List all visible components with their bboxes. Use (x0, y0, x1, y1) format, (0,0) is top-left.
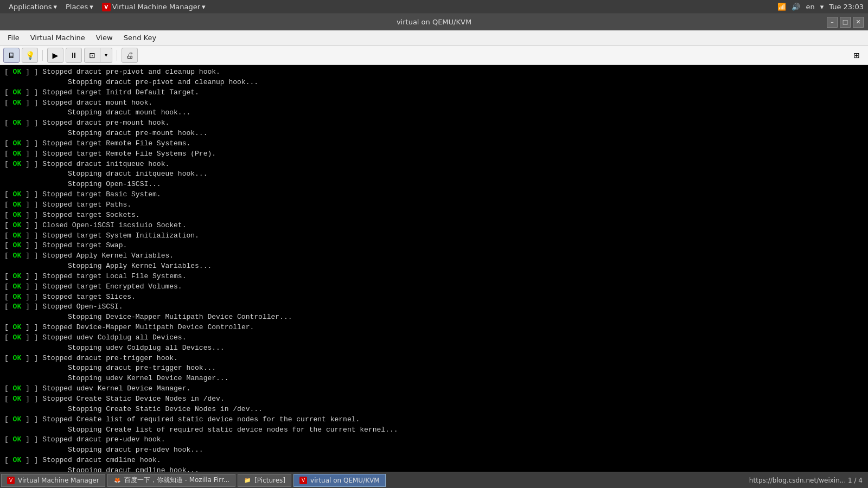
language-arrow: ▾ (820, 3, 824, 11)
file-menu[interactable]: File (2, 32, 25, 43)
system-bar: Applications ▾ Places ▾ V Virtual Machin… (0, 0, 868, 14)
play-button[interactable]: ▶ (47, 48, 63, 63)
clock: Tue 23:03 (829, 3, 864, 11)
vmm-task-label: Virtual Machine Manager (18, 477, 99, 484)
toolbar-separator-1 (42, 50, 43, 61)
window-controls: – □ ✕ (827, 17, 864, 28)
pictures-task-label: [Pictures] (254, 477, 285, 484)
pictures-task-icon: 📁 (244, 477, 251, 484)
firefox-task-icon: 🦊 (113, 477, 121, 484)
monitor-button[interactable]: 🖥 (3, 48, 20, 63)
taskbar-vm[interactable]: V virtual on QEMU/KVM (293, 474, 386, 487)
vmm-arrow: ▾ (202, 3, 206, 11)
taskbar-vmm[interactable]: V Virtual Machine Manager (1, 474, 105, 487)
vm-task-label: virtual on QEMU/KVM (310, 477, 380, 484)
pause-button[interactable]: ⏸ (66, 48, 82, 63)
taskbar-right-info: https://blog.csdn.net/weixin... 1 / 4 (749, 477, 868, 484)
taskbar-firefox[interactable]: 🦊 百度一下，你就知道 - Mozilla Firr... (107, 474, 235, 487)
applications-label: Applications (9, 3, 52, 11)
virtual-machine-menu[interactable]: Virtual Machine (25, 32, 91, 43)
terminal-output: [ OK ] ] Stopped dracut pre-pivot and cl… (0, 65, 868, 472)
minimize-button[interactable]: – (827, 17, 838, 28)
close-button[interactable]: ✕ (853, 17, 864, 28)
places-menu[interactable]: Places ▾ (61, 2, 98, 12)
language-indicator[interactable]: en (806, 3, 814, 11)
network-icon: 📶 (777, 3, 786, 11)
virt-logo-icon: V (102, 3, 111, 11)
maximize-button[interactable]: □ (840, 17, 851, 28)
applications-menu[interactable]: Applications ▾ (4, 2, 61, 12)
applications-arrow: ▾ (53, 3, 57, 11)
toolbar-separator-2 (117, 50, 117, 61)
send-key-menu[interactable]: Send Key (118, 32, 162, 43)
fullscreen-button[interactable]: ⊞ (848, 48, 865, 63)
firefox-task-label: 百度一下，你就知道 - Mozilla Firr... (124, 476, 229, 485)
menu-bar: File Virtual Machine View Send Key (0, 30, 868, 46)
bulb-button[interactable]: 💡 (22, 48, 38, 63)
vmm-task-icon: V (7, 477, 15, 484)
vm-task-icon: V (299, 477, 307, 484)
vmm-label: Virtual Machine Manager (112, 3, 200, 11)
toolbar: 🖥 💡 ▶ ⏸ ⊡ ▾ 🖨 ⊞ (0, 46, 868, 65)
window-title: virtual on QEMU/KVM (397, 18, 471, 26)
taskbar-pictures[interactable]: 📁 [Pictures] (238, 474, 291, 487)
system-bar-right: 📶 🔊 en ▾ Tue 23:03 (777, 3, 864, 11)
view-menu[interactable]: View (91, 32, 118, 43)
print-button[interactable]: 🖨 (122, 48, 138, 63)
title-bar: virtual on QEMU/KVM – □ ✕ (0, 14, 868, 30)
screenshot-button[interactable]: ⊡ (84, 48, 100, 63)
places-arrow: ▾ (90, 3, 93, 11)
places-label: Places (66, 3, 88, 11)
taskbar: V Virtual Machine Manager 🦊 百度一下，你就知道 - … (0, 472, 868, 488)
sound-icon: 🔊 (792, 3, 800, 11)
screenshot-dropdown[interactable]: ▾ (100, 48, 112, 63)
vmm-menu[interactable]: V Virtual Machine Manager ▾ (98, 2, 210, 12)
